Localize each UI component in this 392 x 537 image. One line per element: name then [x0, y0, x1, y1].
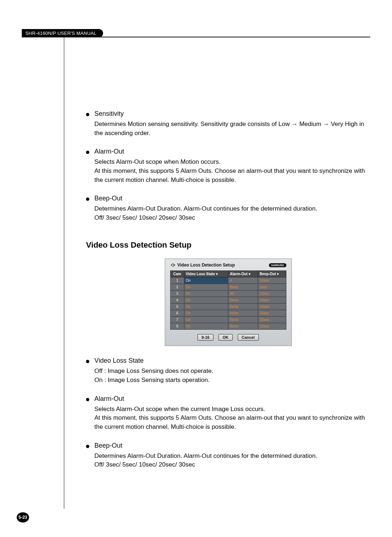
- table-row[interactable]: 3OnAll10sec: [170, 290, 286, 297]
- bullet-beepout: Beep-Out Determines Alarm-Out Duration. …: [86, 195, 370, 222]
- bullet-head: Alarm-Out: [94, 395, 124, 403]
- video-loss-table: Cam Video Loss State ▾ Alarm-Out ▾ Beep-…: [170, 270, 286, 330]
- bullet-beepout-2: Beep-Out Determines Alarm-Out Duration. …: [86, 442, 370, 469]
- col-cam[interactable]: Cam: [170, 271, 184, 277]
- cell-state[interactable]: On: [184, 284, 228, 290]
- bullet-dot-icon: [86, 198, 89, 201]
- cell-beep[interactable]: 10sec: [258, 304, 286, 310]
- cell-cam[interactable]: 1: [170, 277, 184, 284]
- bullet-body: Selects Alarm-Out scope when the current…: [94, 405, 370, 432]
- cell-alarm[interactable]: None: [228, 317, 258, 323]
- bullet-body: Off : Image Loss Sensing does not operat…: [94, 367, 370, 385]
- bullet-head: Beep-Out: [94, 442, 122, 449]
- bullet-head: Video Loss State: [94, 357, 144, 365]
- cell-beep[interactable]: 10sec: [258, 277, 286, 284]
- cell-state[interactable]: On: [184, 297, 228, 304]
- cell-state[interactable]: On: [184, 277, 228, 284]
- cell-cam[interactable]: 7: [170, 317, 184, 323]
- bullet-body: Determines Motion sensing sensitivity. S…: [94, 120, 370, 138]
- cell-alarm[interactable]: None: [228, 304, 258, 310]
- bullet-body: Determines Alarm-Out Duration. Alarm-Out…: [94, 452, 370, 469]
- bullet-video-loss-state: Video Loss State Off : Image Loss Sensin…: [86, 357, 370, 385]
- cell-state[interactable]: On: [184, 310, 228, 317]
- col-beep-out[interactable]: Beep-Out ▾: [258, 271, 286, 277]
- col-video-loss-state[interactable]: Video Loss State ▾: [184, 271, 228, 277]
- table-row[interactable]: 7OnNone10sec: [170, 317, 286, 323]
- table-row[interactable]: 2OnBeep3sec: [170, 284, 286, 290]
- cell-alarm[interactable]: Beep: [228, 284, 258, 290]
- section-title: Video Loss Detection Setup: [86, 240, 370, 250]
- cell-alarm[interactable]: None: [228, 323, 258, 330]
- cell-alarm[interactable]: None: [228, 310, 258, 317]
- page-header: SHR-4160N/P USER'S MANUAL: [22, 29, 370, 37]
- bullet-dot-icon: [86, 445, 89, 448]
- bullet-head: Beep-Out: [94, 195, 122, 202]
- table-row[interactable]: 8OnNone10sec: [170, 323, 286, 330]
- bullet-body: Determines Alarm-Out Duration. Alarm-Out…: [94, 204, 370, 222]
- cancel-button[interactable]: Cancel: [238, 334, 259, 341]
- cell-cam[interactable]: 6: [170, 310, 184, 317]
- cell-beep[interactable]: 10sec: [258, 310, 286, 317]
- cell-beep[interactable]: 10sec: [258, 297, 286, 304]
- cell-alarm[interactable]: 4: [228, 277, 258, 284]
- bullet-head: Alarm-Out: [94, 148, 124, 155]
- range-button[interactable]: 9-16: [197, 334, 213, 341]
- bullet-body: Selects Alarm-Out scope when Motion occu…: [94, 158, 370, 184]
- table-row[interactable]: 6OnNone10sec: [170, 310, 286, 317]
- dialog-titlebar: Video Loss Detection Setup SAMSUNG: [170, 263, 286, 268]
- ok-button[interactable]: OK: [219, 334, 233, 341]
- bullet-dot-icon: [86, 398, 89, 401]
- video-loss-setup-dialog: Video Loss Detection Setup SAMSUNG Cam V…: [165, 259, 292, 346]
- cell-alarm[interactable]: None: [228, 297, 258, 304]
- cell-cam[interactable]: 2: [170, 284, 184, 290]
- table-row[interactable]: 5OnNone10sec: [170, 304, 286, 310]
- cell-state[interactable]: On: [184, 317, 228, 323]
- dialog-button-row: 9-16 OK Cancel: [170, 334, 286, 341]
- cell-beep[interactable]: 3sec: [258, 284, 286, 290]
- manual-title: SHR-4160N/P USER'S MANUAL: [22, 29, 103, 37]
- cell-beep[interactable]: 10sec: [258, 317, 286, 323]
- bullet-dot-icon: [86, 360, 89, 363]
- bullet-alarmout: Alarm-Out Selects Alarm-Out scope when M…: [86, 148, 370, 184]
- cell-cam[interactable]: 5: [170, 304, 184, 310]
- cell-state[interactable]: On: [184, 290, 228, 297]
- dialog-title: Video Loss Detection Setup: [177, 263, 267, 268]
- page-number-badge: 5-23: [17, 512, 29, 522]
- cell-state[interactable]: On: [184, 323, 228, 330]
- bullet-dot-icon: [86, 113, 89, 116]
- cell-beep[interactable]: 10sec: [258, 290, 286, 297]
- cell-cam[interactable]: 4: [170, 297, 184, 304]
- bullet-alarmout-2: Alarm-Out Selects Alarm-Out scope when t…: [86, 395, 370, 432]
- col-alarm-out[interactable]: Alarm-Out ▾: [228, 271, 258, 277]
- cell-alarm[interactable]: All: [228, 290, 258, 297]
- table-row[interactable]: 1On410sec: [170, 277, 286, 284]
- table-row[interactable]: 4OnNone10sec: [170, 297, 286, 304]
- bullet-head: Sensitivity: [94, 110, 124, 118]
- cell-beep[interactable]: 10sec: [258, 323, 286, 330]
- cell-cam[interactable]: 3: [170, 290, 184, 297]
- manual-page: SHR-4160N/P USER'S MANUAL Sensitivity De…: [0, 0, 392, 537]
- content-area: Sensitivity Determines Motion sensing se…: [64, 37, 370, 509]
- bullet-dot-icon: [86, 151, 89, 154]
- bullet-sensitivity: Sensitivity Determines Motion sensing se…: [86, 110, 370, 138]
- cell-cam[interactable]: 8: [170, 323, 184, 330]
- cell-state[interactable]: On: [184, 304, 228, 310]
- gear-icon: [170, 263, 175, 268]
- brand-logo: SAMSUNG: [269, 263, 286, 267]
